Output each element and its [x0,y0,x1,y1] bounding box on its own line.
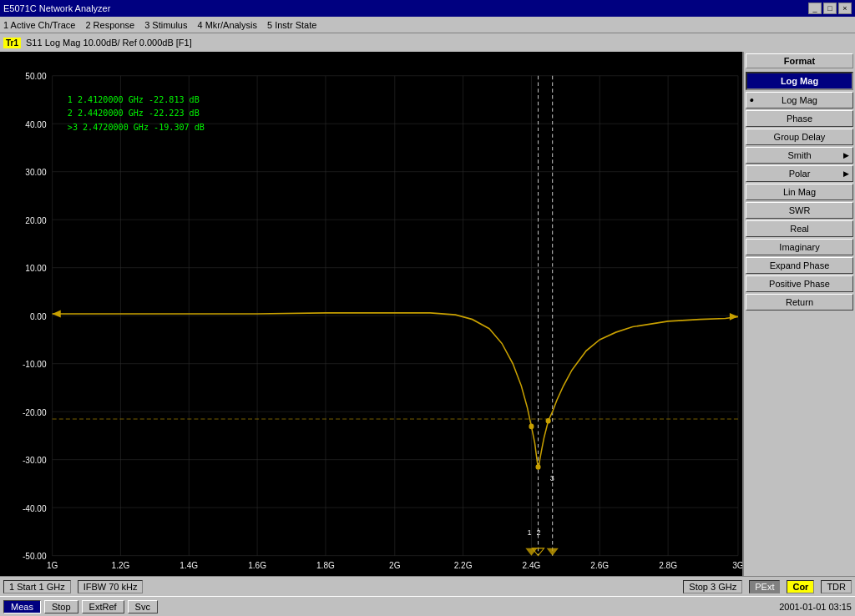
svg-text:2.4G: 2.4G [523,560,541,571]
menu-item-1[interactable]: 2 Response [85,20,134,30]
minimize-button[interactable]: _ [808,3,822,14]
svg-text:2G: 2G [389,560,400,571]
svg-text:0.00: 0.00 [30,311,47,321]
svg-text:2.6G: 2.6G [590,560,609,571]
polar-button[interactable]: Polar ▶ [746,165,853,182]
svg-text:1   2.4120000 GHz  -22.813 dB: 1 2.4120000 GHz -22.813 dB [68,93,200,104]
main-area: 50.00 40.00 30.00 20.00 10.00 0.00 -10.0… [0,52,855,576]
menu-item-0[interactable]: 1 Active Ch/Trace [3,20,75,30]
datetime: 2001-01-01 03:15 [779,602,852,612]
menu-item-4[interactable]: 5 Instr State [267,20,316,30]
svg-text:40.00: 40.00 [25,119,46,129]
svg-point-54 [535,464,540,470]
polar-arrow-icon: ▶ [843,169,849,178]
svg-text:2.2G: 2.2G [454,560,473,571]
phase-button[interactable]: Phase [746,110,853,127]
svg-text:-20.00: -20.00 [23,406,47,417]
svg-text:50.00: 50.00 [25,71,46,82]
smith-button[interactable]: Smith ▶ [746,147,853,164]
svg-text:1.6G: 1.6G [248,560,266,571]
menu-item-3[interactable]: 4 Mkr/Analysis [197,20,257,30]
svg-text:1.2G: 1.2G [112,560,130,571]
swr-button[interactable]: SWR [746,202,853,219]
title-bar: E5071C Network Analyzer _ □ × [0,0,855,17]
cor-status: Cor [787,580,814,593]
stop-freq: Stop 3 GHz [683,580,742,593]
svg-point-53 [529,424,534,430]
extref-button[interactable]: ExtRef [82,600,124,613]
svg-text:2   2.4420000 GHz  -22.223 dB: 2 2.4420000 GHz -22.223 dB [68,108,200,119]
format-active: Log Mag [746,72,853,90]
svg-text:30.00: 30.00 [25,167,46,178]
svg-text:-10.00: -10.00 [23,359,47,370]
svg-text:-30.00: -30.00 [23,455,47,466]
svg-text:1: 1 [527,528,531,537]
svg-text:-50.00: -50.00 [23,551,47,562]
expand-phase-button[interactable]: Expand Phase [746,257,853,274]
logmag-button[interactable]: • Log Mag [746,92,853,109]
menu-bar: 1 Active Ch/Trace2 Response3 Stimulus4 M… [0,17,855,33]
chart-container[interactable]: 50.00 40.00 30.00 20.00 10.00 0.00 -10.0… [0,52,742,576]
svg-text:10.00: 10.00 [25,263,46,274]
tdr-status: TDR [821,580,852,593]
status-bar: 1 Start 1 GHz IFBW 70 kHz Stop 3 GHz PEx… [0,576,855,596]
svg-point-55 [546,418,551,424]
svg-text:1.8G: 1.8G [316,560,335,571]
svg-text:>3  2.4720000 GHz  -19.307 dB: >3 2.4720000 GHz -19.307 dB [68,122,205,133]
meas-button[interactable]: Meas [3,600,41,613]
format-label: Format [746,53,853,68]
svg-text:20.00: 20.00 [25,215,46,225]
start-freq: 1 Start 1 GHz [3,580,71,593]
pext-status: PExt [749,580,780,593]
group-delay-button[interactable]: Group Delay [746,129,853,145]
imaginary-button[interactable]: Imaginary [746,239,853,255]
maximize-button[interactable]: □ [823,3,837,14]
svg-text:-40.00: -40.00 [23,502,47,513]
right-panel: Format Log Mag • Log Mag Phase Group Del… [742,52,855,576]
svg-text:2: 2 [537,528,541,537]
lin-mag-button[interactable]: Lin Mag [746,184,853,200]
svg-text:1G: 1G [47,560,58,571]
trace-badge: Tr1 [3,38,21,48]
chart-svg: 50.00 40.00 30.00 20.00 10.00 0.00 -10.0… [0,52,742,576]
svg-text:3: 3 [550,473,554,482]
title-bar-title: E5071C Network Analyzer [3,3,110,13]
close-button[interactable]: × [838,3,852,14]
svg-text:2.8G: 2.8G [659,560,677,571]
stop-button[interactable]: Stop [44,600,78,613]
bottom-bar: Meas Stop ExtRef Svc 2001-01-01 03:15 [0,596,855,616]
smith-arrow-icon: ▶ [843,151,849,159]
menu-item-2[interactable]: 3 Stimulus [144,20,187,30]
svg-text:1.4G: 1.4G [180,560,198,571]
positive-phase-button[interactable]: Positive Phase [746,275,853,292]
svc-button[interactable]: Svc [128,600,158,613]
return-button[interactable]: Return [746,294,853,311]
trace-label: S11 Log Mag 10.00dB/ Ref 0.000dB [F1] [26,38,192,48]
ifbw: IFBW 70 kHz [78,580,144,593]
real-button[interactable]: Real [746,220,853,237]
trace-header: Tr1 S11 Log Mag 10.00dB/ Ref 0.000dB [F1… [0,33,855,52]
title-bar-controls[interactable]: _ □ × [808,3,852,14]
svg-text:3G: 3G [732,560,742,571]
